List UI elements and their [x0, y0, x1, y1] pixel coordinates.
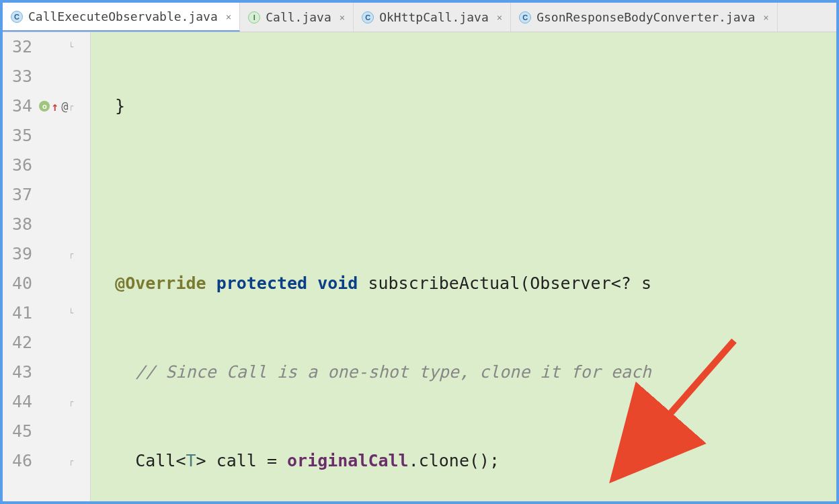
close-icon[interactable]: × [497, 12, 502, 23]
code-line: Call<T> call = originalCall.clone(); [91, 446, 836, 476]
code-area[interactable]: } @Override protected void subscribeActu… [91, 32, 836, 501]
tab-label: OkHttpCall.java [379, 10, 489, 24]
close-icon[interactable]: × [763, 12, 768, 23]
line-number: 32 [3, 32, 39, 62]
class-file-icon: C [519, 11, 531, 24]
class-file-icon: C [362, 11, 374, 24]
tab-file-3[interactable]: C GsonResponseBodyConverter.java × [511, 3, 778, 32]
override-marker[interactable]: o ↑ @ [39, 91, 69, 121]
line-number: 34 [3, 91, 39, 121]
fold-end-icon[interactable]: └ [69, 308, 73, 318]
editor-pane: C CallExecuteObservable.java × I Call.ja… [0, 0, 839, 504]
override-o-icon: o [39, 101, 50, 112]
line-number: 38 [3, 210, 39, 239]
line-number: 44 [3, 387, 39, 417]
close-icon[interactable]: × [339, 12, 345, 23]
editor-tabbar: C CallExecuteObservable.java × I Call.ja… [3, 3, 836, 32]
code-line: // Since Call is a one-shot type, clone … [91, 358, 836, 387]
close-icon[interactable]: × [226, 11, 231, 22]
line-number: 46 [3, 446, 39, 476]
fold-start-icon[interactable]: ┌ [69, 397, 73, 407]
tab-label: CallExecuteObservable.java [28, 9, 218, 24]
code-line: } [91, 91, 836, 121]
arrow-up-icon: ↑ [51, 99, 58, 114]
code-line: @Override protected void subscribeActual… [91, 269, 836, 298]
line-number: 45 [3, 417, 39, 446]
fold-column: └ ┌ ┌ └ ┌ ┌ [69, 32, 90, 501]
line-number: 39 [3, 239, 39, 269]
tab-label: GsonResponseBodyConverter.java [536, 10, 755, 24]
line-number: 35 [3, 121, 39, 151]
tab-file-1[interactable]: I Call.java × [240, 3, 354, 32]
line-number: 43 [3, 358, 39, 387]
gutter: 32 33 34 35 36 37 38 39 40 41 42 43 44 4… [3, 32, 91, 501]
line-number: 36 [3, 151, 39, 180]
code-line [91, 180, 836, 210]
line-number: 41 [3, 298, 39, 328]
line-number: 33 [3, 62, 39, 91]
interface-file-icon: I [248, 11, 260, 24]
at-icon: @ [61, 99, 68, 113]
editor-body: 32 33 34 35 36 37 38 39 40 41 42 43 44 4… [3, 32, 836, 501]
tab-label: Call.java [266, 10, 331, 24]
line-number: 37 [3, 180, 39, 210]
fold-start-icon[interactable]: ┌ [69, 101, 73, 111]
fold-end-icon[interactable]: └ [69, 42, 73, 52]
line-number: 42 [3, 328, 39, 358]
gutter-icons-column: o ↑ @ [39, 32, 69, 501]
fold-start-icon[interactable]: ┌ [69, 456, 73, 466]
tab-file-2[interactable]: C OkHttpCall.java × [354, 3, 511, 32]
line-number-column: 32 33 34 35 36 37 38 39 40 41 42 43 44 4… [3, 32, 39, 501]
line-number: 40 [3, 269, 39, 298]
fold-start-icon[interactable]: ┌ [69, 249, 73, 259]
class-file-icon: C [11, 11, 23, 23]
tab-file-0[interactable]: C CallExecuteObservable.java × [3, 3, 240, 32]
